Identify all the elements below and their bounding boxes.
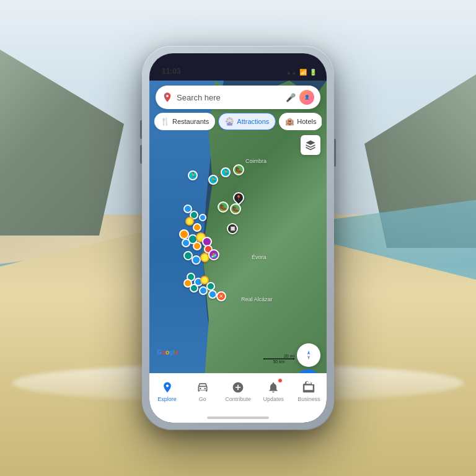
nav-updates[interactable]: Updates (256, 380, 291, 402)
bottom-navigation: Explore Go (149, 373, 327, 423)
phone-screen: 11:03 ▲▲ 📶 🔋 Coimbra Évora Real Alcázar (149, 53, 327, 423)
explore-icon (161, 381, 174, 394)
restaurants-label: Restaurants (172, 118, 209, 125)
map-pin-hike-1[interactable]: 🥾 (218, 201, 229, 213)
map-pin-lisbon-pink[interactable]: 🏄 (208, 249, 219, 260)
map-pin-orange-1[interactable] (193, 223, 201, 232)
search-bar[interactable]: Search here 🎤 👤 (156, 86, 320, 109)
map-pin-cluster-3[interactable] (182, 239, 190, 247)
compass-icon (303, 350, 314, 361)
map-layers-button[interactable] (301, 135, 320, 155)
go-label: Go (199, 396, 206, 402)
nav-contribute[interactable]: Contribute (220, 380, 255, 402)
business-label: Business (298, 396, 320, 402)
phone-notch (204, 53, 272, 71)
go-icon (196, 381, 209, 394)
map-pin-blue-2[interactable] (199, 214, 206, 221)
map-pin-1[interactable]: 🏃 (188, 170, 198, 180)
signal-icon: ▲▲ (286, 69, 297, 76)
notification-badge (278, 378, 283, 383)
business-icon-wrapper (301, 380, 316, 395)
map-pin-black-1[interactable]: 📍 (233, 192, 244, 203)
explore-icon-wrapper (160, 380, 175, 395)
updates-label: Updates (263, 396, 284, 402)
hotels-icon: 🏨 (285, 117, 294, 126)
map-pin-cluster-5[interactable] (193, 242, 201, 250)
attractions-icon: 🎡 (225, 117, 234, 126)
chip-hotels[interactable]: 🏨 Hotels (279, 113, 322, 130)
phone-shell: 11:03 ▲▲ 📶 🔋 Coimbra Évora Real Alcázar (142, 46, 334, 430)
power-button (334, 139, 336, 167)
map-pin-2[interactable]: 🏃 (208, 175, 218, 185)
map-pin-south-orange[interactable]: ✕ (216, 291, 226, 301)
map-pin-south-4[interactable] (190, 284, 198, 293)
navigate-button[interactable] (297, 343, 320, 367)
map-pin-hike-2[interactable]: 🥾 (230, 203, 241, 214)
svg-point-4 (204, 388, 206, 390)
svg-marker-2 (307, 356, 311, 360)
nav-business[interactable]: Business (291, 380, 327, 402)
map-pin-south-7[interactable] (206, 282, 215, 291)
status-time: 11:03 (162, 67, 181, 76)
home-indicator (207, 416, 269, 419)
contribute-icon (232, 381, 244, 394)
map-pin-lisbon-2[interactable] (192, 255, 201, 265)
google-logo: Google (157, 349, 178, 356)
hotels-label: Hotels (297, 118, 316, 125)
svg-point-0 (166, 95, 169, 97)
svg-point-3 (200, 388, 201, 390)
status-icons: ▲▲ 📶 🔋 (286, 69, 317, 76)
nav-go[interactable]: Go (185, 380, 220, 402)
chip-restaurants[interactable]: 🍴 Restaurants (154, 113, 215, 130)
map-pin-black-2[interactable]: 🔲 (227, 223, 238, 234)
phone-device: 11:03 ▲▲ 📶 🔋 Coimbra Évora Real Alcázar (142, 46, 334, 430)
map-pin-south-blue[interactable] (208, 290, 217, 299)
updates-icon (267, 381, 280, 394)
user-avatar[interactable]: 👤 (299, 90, 314, 105)
map-container[interactable]: Coimbra Évora Real Alcázar Search here 🎤… (149, 81, 327, 423)
layers-icon (305, 139, 316, 151)
scale-bar: 20 mi 50 km (263, 354, 294, 364)
restaurants-icon: 🍴 (161, 117, 170, 126)
contribute-label: Contribute (225, 396, 251, 402)
contribute-icon-wrapper (231, 380, 245, 395)
business-icon (302, 381, 315, 394)
google-maps-icon (162, 92, 173, 103)
mic-icon[interactable]: 🎤 (286, 93, 296, 102)
search-placeholder: Search here (177, 93, 286, 102)
updates-icon-wrapper (266, 380, 281, 395)
battery-icon: 🔋 (309, 69, 317, 76)
go-icon-wrapper (195, 380, 210, 395)
wifi-icon: 📶 (299, 69, 307, 76)
filter-chips: 🍴 Restaurants 🎡 Attractions 🏨 Hotels ⛽ (154, 113, 322, 130)
explore-label: Explore (157, 396, 177, 402)
svg-marker-1 (307, 351, 311, 355)
nav-explore[interactable]: Explore (149, 380, 185, 402)
attractions-label: Attractions (237, 118, 269, 125)
map-pin-3[interactable]: 🏃 (221, 167, 231, 177)
map-pin-hiking-coimbra[interactable]: 🥾 (233, 164, 244, 175)
chip-attractions[interactable]: 🎡 Attractions (218, 113, 276, 130)
